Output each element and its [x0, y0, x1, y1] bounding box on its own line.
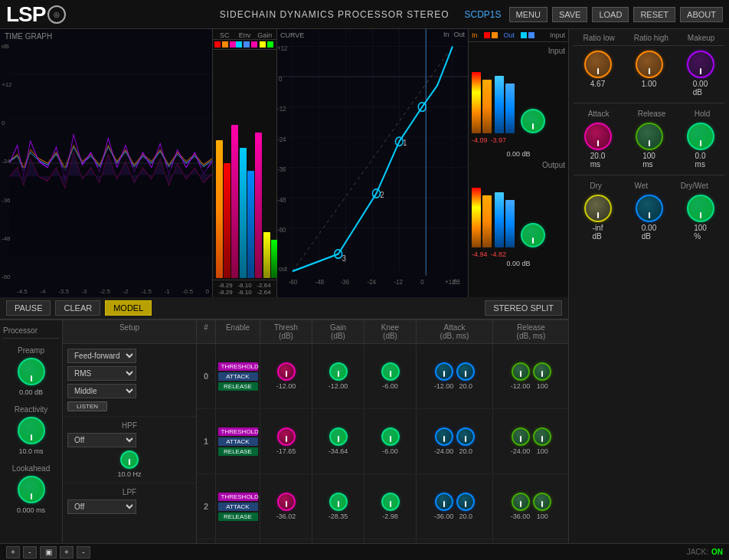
status-btn-5[interactable]: -: [77, 546, 90, 558]
attack-db-knob-1[interactable]: [435, 427, 453, 446]
svg-text:0: 0: [279, 74, 283, 83]
load-button[interactable]: LOAD: [592, 7, 629, 22]
knee-knob-1[interactable]: [381, 427, 400, 446]
attack-rp-value: 20.0 ms: [590, 152, 605, 169]
release-btn-2[interactable]: RELEASE: [218, 513, 258, 521]
out-dot-1: [521, 32, 527, 38]
release-cell-2: -36.00 100: [493, 474, 568, 539]
release-ms-knob-2[interactable]: [533, 493, 551, 511]
dry-knob[interactable]: [584, 195, 612, 222]
status-btn-4[interactable]: +: [60, 546, 74, 558]
svg-text:+12: +12: [277, 44, 288, 53]
reactivity-section: Reactivity 10.0 ms: [3, 405, 59, 455]
hold-knob[interactable]: [687, 123, 714, 150]
save-button[interactable]: SAVE: [552, 7, 588, 22]
release-db-knob-0[interactable]: [512, 362, 530, 381]
seg-dots: [213, 40, 276, 50]
reset-button[interactable]: RESET: [633, 7, 675, 22]
menu-button[interactable]: MENU: [509, 7, 548, 22]
gain-knob-2[interactable]: [329, 493, 348, 511]
knee-knob-2[interactable]: [381, 493, 400, 511]
dot-sc-pink: [230, 41, 236, 47]
lpf-off-select[interactable]: Off: [67, 499, 136, 514]
attack-db-val-2: -36.00: [434, 513, 454, 520]
release-db-knob-1[interactable]: [512, 427, 530, 446]
hpf-freq-knob[interactable]: [120, 450, 139, 469]
stereo-split-button[interactable]: STEREO SPLIT: [485, 300, 562, 316]
knee-knob-0[interactable]: [381, 362, 400, 381]
sc-bar-2: [224, 163, 230, 278]
sc-val2: -8.29: [218, 289, 232, 296]
release-header-rp: Release: [638, 110, 666, 118]
svg-text:-48: -48: [277, 195, 286, 204]
ratio-low-knob[interactable]: [584, 51, 612, 78]
attack-btn-0[interactable]: ATTACK: [218, 372, 258, 381]
in-db-values: -4.09 -3.97: [472, 136, 565, 144]
reactivity-knob[interactable]: [18, 417, 45, 444]
preamp-knob[interactable]: [18, 358, 45, 385]
attack-btn-1[interactable]: ATTACK: [218, 437, 258, 446]
preamp-section: Preamp 0.00 dB: [3, 346, 59, 396]
curve-out-label: Out: [453, 31, 465, 38]
sc-label: SC: [214, 31, 234, 39]
rs-ratio-high: 1.00: [636, 51, 663, 97]
thresh-knob-0[interactable]: [277, 362, 296, 381]
attack-rp-knob[interactable]: [584, 123, 612, 150]
input-section-name: Input: [472, 47, 565, 55]
lookahead-knob[interactable]: [18, 476, 45, 503]
wet-knob[interactable]: [636, 195, 663, 222]
attack-ms-val-1: 20.0: [459, 447, 473, 455]
hpf-off-select[interactable]: Off: [67, 433, 136, 447]
attack-header: Attack(dB, ms): [417, 320, 493, 343]
thresh-knob-1[interactable]: [277, 427, 296, 446]
lookahead-value: 0.000 ms: [17, 506, 45, 514]
release-knobs-1: -24.00 100: [511, 427, 552, 455]
listen-button-0[interactable]: LISTEN: [67, 401, 107, 411]
release-rp-knob[interactable]: [636, 123, 663, 150]
attack-ms-knob-1[interactable]: [456, 427, 475, 446]
threshold-btn-2[interactable]: THRESHOLD: [218, 493, 258, 501]
ios-in-label: In: [472, 31, 478, 39]
model-button[interactable]: MODEL: [105, 300, 152, 316]
release-btn-0[interactable]: RELEASE: [218, 382, 258, 391]
release-db-knob-2[interactable]: [512, 493, 530, 511]
ratio-high-header: Ratio high: [634, 34, 669, 42]
rms-select[interactable]: RMS: [67, 366, 136, 381]
feedforward-select[interactable]: Feed-forward: [67, 349, 136, 363]
attack-ms-knob-0[interactable]: [456, 362, 475, 381]
threshold-btn-0[interactable]: THRESHOLD: [218, 362, 258, 371]
release-ms-knob-0[interactable]: [533, 362, 551, 381]
threshold-btn-1[interactable]: THRESHOLD: [218, 427, 258, 436]
setup-body-0: Feed-forward RMS Middle LISTEN: [63, 344, 196, 417]
release-ms-knob-1[interactable]: [533, 427, 551, 446]
makeup-value: 0.00 dB: [693, 80, 708, 97]
rs-ratio-low: 4.67: [584, 51, 612, 97]
output-level-knob[interactable]: [521, 223, 545, 247]
about-button[interactable]: ABOUT: [680, 7, 723, 22]
ratio-high-knob[interactable]: [636, 51, 663, 78]
pause-button[interactable]: PAUSE: [6, 300, 51, 316]
thresh-val-2: -36.02: [276, 513, 296, 520]
release-btn-1[interactable]: RELEASE: [218, 447, 258, 456]
gain-knob-0[interactable]: [329, 362, 348, 381]
status-btn-3[interactable]: ▣: [40, 546, 57, 558]
thresh-knob-2[interactable]: [277, 493, 296, 511]
attack-db-knob-2[interactable]: [435, 493, 453, 511]
status-btn-2[interactable]: -: [23, 546, 37, 558]
makeup-knob[interactable]: [687, 51, 714, 78]
gain-knob-1[interactable]: [329, 427, 348, 446]
env-bar-3: [255, 133, 262, 278]
middle-select[interactable]: Middle: [67, 384, 136, 398]
attack-btn-2[interactable]: ATTACK: [218, 503, 258, 511]
drywet-knob[interactable]: [687, 195, 714, 222]
status-btn-1[interactable]: +: [6, 546, 20, 558]
dot-sc-orange: [222, 41, 228, 47]
band-row-2: 2 THRESHOLD ATTACK RELEASE -36.02: [197, 474, 568, 539]
attack-ms-knob-2[interactable]: [456, 493, 475, 511]
setup-column: Feed-forward RMS Middle LISTEN: [63, 344, 197, 543]
input-level-knob[interactable]: [521, 109, 545, 133]
clear-button[interactable]: CLEAR: [55, 300, 100, 316]
preamp-value: 0.00 dB: [19, 388, 43, 396]
attack-db-knob-0[interactable]: [435, 362, 453, 381]
controls-bar: PAUSE CLEAR MODEL STEREO SPLIT: [0, 297, 568, 319]
